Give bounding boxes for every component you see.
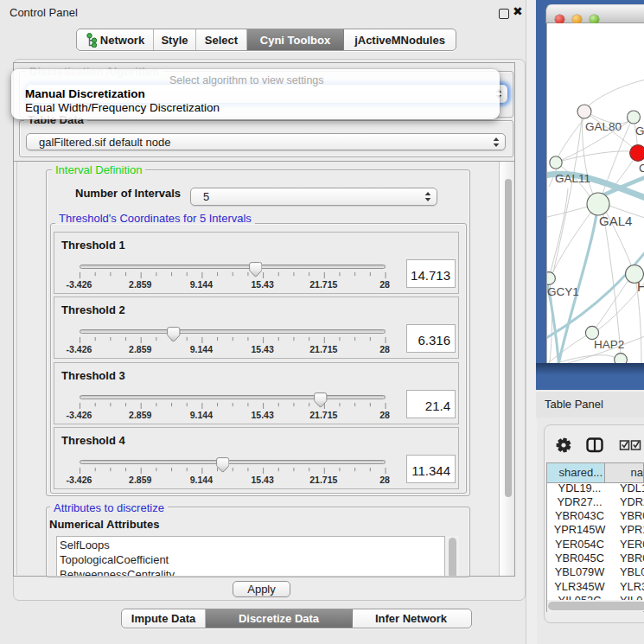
slider-track[interactable] — [80, 395, 386, 399]
arrow-up-icon — [425, 192, 431, 195]
network-tree-icon — [86, 33, 97, 48]
cell-name: YBR0 — [612, 509, 644, 523]
numerical-attributes-list[interactable]: SelfLoopsTopologicalCoefficientBetweenne… — [56, 536, 445, 576]
network-node-label: H — [637, 279, 644, 294]
tab-select[interactable]: Select — [196, 29, 247, 50]
attributes-scrollbar-thumb[interactable] — [449, 538, 456, 576]
table-row[interactable]: YBL079WYBL0 — [547, 565, 644, 579]
popup-item-manual-discretization[interactable]: Manual Discretization — [25, 87, 145, 100]
float-window-icon[interactable] — [499, 9, 509, 19]
slider-ticks — [80, 337, 386, 345]
network-edge[interactable] — [551, 188, 568, 271]
network-edge[interactable] — [589, 80, 644, 105]
table-row[interactable]: YBR043CYBR0 — [547, 509, 644, 523]
network-node-label: GAL11 — [555, 172, 590, 185]
cell-name: YDL1 — [612, 481, 644, 495]
split-columns-icon[interactable] — [588, 439, 603, 452]
network-node-N2[interactable] — [628, 111, 641, 124]
threshold-slider-panel-3: Threshold 3-3.4262.8599.14415.4321.71528… — [54, 362, 459, 424]
network-node-RED[interactable] — [630, 145, 644, 162]
attributes-scrollbar[interactable] — [445, 536, 459, 576]
slider-thumb[interactable] — [216, 457, 230, 474]
table-row[interactable]: YBR045CYBR0 — [547, 552, 644, 565]
threshold-value-field[interactable]: 21.4 — [406, 390, 456, 418]
attribute-list-item[interactable]: BetweennessCentrality — [57, 566, 444, 576]
slider-track[interactable] — [80, 265, 386, 269]
cell-shared-name: YPR145W — [547, 523, 612, 537]
cell-shared-name: YBR045C — [547, 552, 612, 565]
network-edge[interactable] — [547, 335, 587, 363]
slider-track[interactable] — [80, 460, 386, 464]
table-row[interactable]: YPR145WYPR1 — [547, 523, 644, 537]
network-window-shadow — [536, 363, 644, 375]
table-row[interactable]: YDL19...YDL1 — [547, 481, 644, 495]
top-tab-bar: NetworkStyleSelectCyni ToolboxjActiveMNo… — [76, 29, 456, 51]
threshold-value-field[interactable]: 11.344 — [406, 455, 456, 483]
network-edge[interactable] — [547, 207, 588, 217]
attribute-list-item[interactable]: TopologicalCoefficient — [57, 552, 444, 566]
slider-thumb[interactable] — [314, 392, 328, 409]
table-row[interactable]: YER054CYER0 — [547, 538, 644, 552]
cell-name: YDR2 — [612, 495, 644, 509]
slider-scale-label: 21.715 — [309, 279, 337, 290]
slider-scale-label: 2.859 — [129, 279, 151, 290]
table-row[interactable]: YLR345WYLR3 — [547, 580, 644, 594]
popup-item-equal-width[interactable]: Equal Width/Frequency Discretization — [25, 101, 220, 114]
slider-ticks — [80, 403, 386, 411]
combo-arrows-icon — [419, 192, 437, 201]
number-of-intervals-label: Number of Intervals — [75, 187, 181, 200]
network-node-GAL80[interactable] — [577, 105, 591, 118]
tab-impute-data[interactable]: Impute Data — [122, 609, 206, 628]
gear-icon[interactable] — [557, 437, 571, 452]
slider-scale-label: 2.859 — [129, 344, 151, 354]
settings-scrollpane — [14, 161, 514, 162]
tab-label: Network — [100, 34, 144, 47]
threshold-slider-panel-4: Threshold 4-3.4262.8599.14415.4321.71528… — [54, 427, 459, 489]
network-node-GCY1[interactable] — [547, 272, 555, 285]
apply-button[interactable]: Apply — [233, 581, 290, 597]
network-canvas[interactable]: GAL80GACYGAL11GAL4GCY1HHAP2 — [546, 23, 644, 363]
settings-scrollbar-thumb[interactable] — [505, 179, 513, 497]
number-of-intervals-combobox[interactable]: 5 — [190, 188, 437, 206]
slider-scale-label: -3.426 — [67, 279, 92, 290]
threshold-label: Threshold 3 — [61, 369, 125, 382]
slider-scale-label: 9.144 — [190, 279, 213, 290]
slider-scale-label: 15.43 — [251, 475, 273, 485]
network-node-label: CY — [639, 162, 644, 175]
cell-shared-name: YBL079W — [547, 565, 612, 579]
threshold-value-field[interactable]: 6.316 — [406, 324, 456, 353]
tab-infer-network[interactable]: Infer Network — [353, 609, 469, 628]
slider-thumb[interactable] — [167, 327, 181, 343]
network-node-GAL11[interactable] — [550, 156, 562, 169]
control-panel-titlebar: Control Panel ✖ — [0, 0, 526, 25]
slider-track[interactable] — [80, 329, 386, 334]
tab-discretize-data[interactable]: Discretize Data — [206, 609, 353, 628]
threshold-value-field[interactable]: 14.713 — [406, 259, 456, 288]
network-node-label: GA — [635, 124, 644, 137]
cell-name: YPR1 — [612, 523, 644, 537]
network-edge[interactable] — [562, 151, 631, 161]
close-icon[interactable]: ✖ — [513, 4, 523, 18]
tab-network[interactable]: Network — [77, 29, 154, 50]
network-edge[interactable] — [636, 283, 641, 363]
table-horizontal-scrollbar-thumb[interactable] — [548, 602, 644, 610]
tab-style[interactable]: Style — [154, 29, 196, 50]
network-window-titlebar[interactable] — [545, 4, 644, 23]
table-row[interactable]: YDR27...YDR2 — [547, 495, 644, 509]
network-graph[interactable]: GAL80GACYGAL11GAL4GCY1HHAP2 — [547, 23, 644, 363]
threshold-slider-panel-1: Threshold 1-3.4262.8599.14415.4321.71528… — [54, 232, 459, 294]
network-node-GAL4[interactable] — [587, 193, 609, 215]
node-table[interactable]: shared... na YDL19...YDL1YDR27...YDR2YBR… — [546, 462, 644, 613]
slider-thumb[interactable] — [249, 262, 263, 278]
threshold-slider-panel-2: Threshold 2-3.4262.8599.14415.4321.71528… — [54, 296, 459, 359]
tab-label: jActiveMNodules — [354, 34, 445, 47]
tab-cyni-toolbox[interactable]: Cyni Toolbox — [247, 29, 344, 50]
attribute-list-item[interactable]: SelfLoops — [57, 537, 444, 552]
interval-definition-group-title: Interval Definition — [52, 164, 145, 175]
arrow-down-icon — [425, 198, 431, 201]
slider-scale-label: 15.43 — [251, 279, 273, 290]
tab-jactivemnodules[interactable]: jActiveMNodules — [344, 29, 456, 50]
network-node-NB[interactable] — [615, 354, 628, 363]
checkbox-checked-icon[interactable] — [621, 441, 641, 450]
slider-scale-label: 2.859 — [129, 475, 151, 485]
